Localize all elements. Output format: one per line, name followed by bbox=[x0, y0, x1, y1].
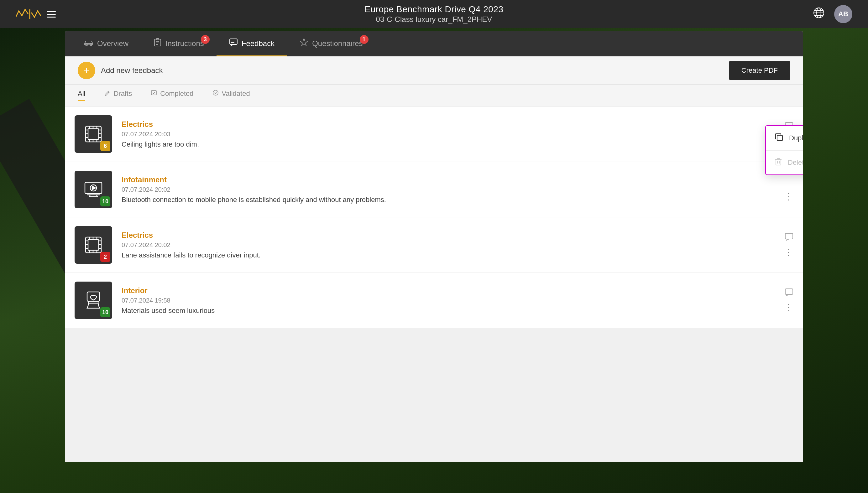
tab-feedback[interactable]: Feedback bbox=[216, 31, 287, 57]
svg-point-20 bbox=[213, 90, 218, 95]
tab-questionnaires[interactable]: Questionnaires 1 bbox=[287, 31, 375, 57]
svg-rect-9 bbox=[154, 39, 161, 46]
svg-line-18 bbox=[108, 92, 109, 93]
rating-badge-3: 2 bbox=[100, 252, 110, 262]
instructions-badge: 3 bbox=[201, 35, 210, 44]
feedback-text-3: Lane assistance fails to recognize diver… bbox=[122, 251, 778, 259]
svg-rect-61 bbox=[785, 233, 793, 239]
feedback-text-1: Ceiling lights are too dim. bbox=[122, 140, 778, 148]
questionnaires-badge: 1 bbox=[360, 35, 368, 44]
filter-validated-label: Validated bbox=[222, 90, 250, 98]
filter-bar: All Drafts Completed bbox=[65, 85, 803, 107]
rating-badge-2: 10 bbox=[100, 196, 110, 207]
comment-icon-4[interactable] bbox=[785, 288, 793, 299]
user-avatar[interactable]: AB bbox=[834, 5, 852, 23]
tab-questionnaires-label: Questionnaires bbox=[312, 39, 363, 48]
add-feedback-button[interactable]: + Add new feedback bbox=[78, 62, 163, 79]
feedback-content-4: Interior 07.07.2024 19:58 Materials used… bbox=[122, 286, 778, 315]
rating-badge-1: 6 bbox=[100, 141, 110, 151]
feedback-category-4: Interior bbox=[122, 286, 778, 295]
filter-validated[interactable]: Validated bbox=[212, 90, 250, 101]
feedback-category-1: Electrics bbox=[122, 120, 778, 129]
delete-label: Delete bbox=[788, 158, 803, 167]
filter-all[interactable]: All bbox=[78, 90, 85, 101]
feedback-list: 6 Electrics 07.07.2024 20:03 Ceiling lig… bbox=[65, 107, 803, 328]
star-icon bbox=[300, 38, 308, 49]
svg-rect-22 bbox=[88, 129, 99, 140]
feedback-actions-3: ⋮ bbox=[778, 233, 793, 257]
logo-icon bbox=[16, 8, 41, 20]
feedback-text-4: Materials used seem luxurious bbox=[122, 307, 778, 315]
feedback-thumb-2: 10 bbox=[75, 171, 112, 208]
filter-completed[interactable]: Completed bbox=[151, 90, 193, 101]
duplicate-icon bbox=[775, 133, 783, 144]
feedback-tab-icon bbox=[229, 38, 238, 48]
delete-icon bbox=[775, 157, 782, 168]
feedback-date-3: 07.07.2024 20:02 bbox=[122, 241, 778, 249]
feedback-item: 10 Infotainment 07.07.2024 20:02 Bluetoo… bbox=[65, 162, 803, 217]
header-title: Europe Benchmark Drive Q4 2023 03-C-Clas… bbox=[365, 4, 504, 24]
delete-menu-item: Delete bbox=[766, 151, 803, 174]
validated-icon bbox=[212, 90, 219, 98]
completed-icon bbox=[151, 90, 157, 98]
logo-area bbox=[16, 8, 56, 20]
feedback-date-2: 07.07.2024 20:02 bbox=[122, 186, 778, 193]
filter-all-label: All bbox=[78, 90, 85, 98]
svg-marker-17 bbox=[300, 39, 308, 45]
tab-instructions-label: Instructions bbox=[166, 39, 204, 48]
feedback-thumb-3: 2 bbox=[75, 226, 112, 264]
context-menu: Duplicate Dele bbox=[765, 125, 803, 175]
rating-badge-4: 10 bbox=[100, 307, 110, 317]
feedback-content-3: Electrics 07.07.2024 20:02 Lane assistan… bbox=[122, 231, 778, 259]
filter-drafts-label: Drafts bbox=[113, 90, 132, 98]
tab-instructions[interactable]: Instructions 3 bbox=[141, 31, 216, 57]
nav-tabs: Overview Instructions 3 bbox=[65, 31, 803, 57]
more-options-icon-3[interactable]: ⋮ bbox=[784, 247, 793, 257]
feedback-item: 2 Electrics 07.07.2024 20:02 Lane assist… bbox=[65, 217, 803, 273]
tab-feedback-label: Feedback bbox=[241, 39, 275, 48]
feedback-item: 6 Electrics 07.07.2024 20:03 Ceiling lig… bbox=[65, 107, 803, 162]
feedback-actions-4: ⋮ bbox=[778, 288, 793, 313]
filter-drafts[interactable]: Drafts bbox=[104, 90, 132, 101]
feedback-date-4: 07.07.2024 19:58 bbox=[122, 297, 778, 304]
clipboard-icon bbox=[153, 38, 162, 49]
svg-rect-19 bbox=[151, 90, 156, 95]
duplicate-label: Duplicate bbox=[789, 134, 803, 142]
feedback-actions-2: ⋮ bbox=[778, 177, 793, 202]
feedback-date-1: 07.07.2024 20:03 bbox=[122, 131, 778, 138]
tab-overview[interactable]: Overview bbox=[71, 31, 141, 57]
svg-rect-36 bbox=[777, 135, 782, 141]
language-icon[interactable] bbox=[813, 7, 825, 21]
main-panel: Overview Instructions 3 bbox=[65, 31, 803, 462]
svg-rect-48 bbox=[88, 240, 99, 250]
feedback-text-2: Bluetooth connection to mobile phone is … bbox=[122, 196, 778, 204]
more-options-icon-2[interactable]: ⋮ bbox=[784, 191, 793, 202]
duplicate-menu-item[interactable]: Duplicate bbox=[766, 126, 803, 150]
action-bar: + Add new feedback Create PDF bbox=[65, 57, 803, 85]
feedback-content: + Add new feedback Create PDF All Drafts bbox=[65, 57, 803, 462]
svg-rect-37 bbox=[776, 159, 781, 165]
feedback-thumb-1: 6 bbox=[75, 115, 112, 153]
comment-icon-3[interactable] bbox=[785, 233, 793, 243]
add-icon: + bbox=[78, 62, 95, 79]
feedback-item: 10 Interior 07.07.2024 19:58 Materials u… bbox=[65, 273, 803, 328]
app-header: Europe Benchmark Drive Q4 2023 03-C-Clas… bbox=[0, 0, 868, 28]
drafts-icon bbox=[104, 90, 110, 98]
feedback-content-1: Electrics 07.07.2024 20:03 Ceiling light… bbox=[122, 120, 778, 148]
project-title: Europe Benchmark Drive Q4 2023 bbox=[365, 4, 504, 15]
tab-overview-label: Overview bbox=[97, 39, 128, 48]
svg-rect-13 bbox=[156, 39, 159, 40]
svg-rect-14 bbox=[230, 39, 237, 44]
add-feedback-label: Add new feedback bbox=[101, 66, 163, 75]
feedback-thumb-4: 10 bbox=[75, 282, 112, 319]
svg-rect-64 bbox=[785, 289, 793, 295]
header-actions: AB bbox=[813, 5, 852, 23]
car-icon bbox=[84, 39, 93, 48]
feedback-category-3: Electrics bbox=[122, 231, 778, 240]
hamburger-menu[interactable] bbox=[47, 11, 56, 18]
more-options-icon-4[interactable]: ⋮ bbox=[784, 302, 793, 313]
filter-completed-label: Completed bbox=[160, 90, 193, 98]
feedback-category-2: Infotainment bbox=[122, 175, 778, 184]
project-subtitle: 03-C-Class luxury car_FM_2PHEV bbox=[365, 15, 504, 24]
create-pdf-button[interactable]: Create PDF bbox=[729, 61, 790, 80]
